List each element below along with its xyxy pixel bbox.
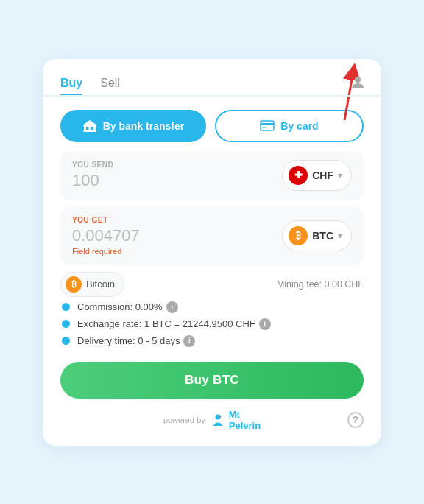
bank-icon bbox=[82, 119, 97, 133]
svg-rect-9 bbox=[261, 123, 274, 125]
payment-methods: By bank transfer By card bbox=[43, 97, 381, 151]
delivery-text: Delivery time: 0 - 5 days i bbox=[77, 335, 195, 347]
exchange-rate-text: Exchange rate: 1 BTC = 21244.9500 CHF i bbox=[77, 318, 271, 330]
field-error: Field required bbox=[72, 247, 140, 256]
exchange-info-icon[interactable]: i bbox=[259, 318, 271, 330]
tab-divider bbox=[43, 95, 381, 97]
get-currency-label: BTC bbox=[312, 230, 333, 242]
tab-buy[interactable]: Buy bbox=[60, 72, 82, 97]
footer: powered by MtPelerin ? bbox=[43, 409, 381, 431]
buy-btc-button[interactable]: Buy BTC bbox=[60, 362, 364, 399]
get-currency-selector[interactable]: ₿ BTC ▾ bbox=[282, 220, 352, 251]
send-currency-selector[interactable]: ✚ CHF ▾ bbox=[282, 160, 352, 191]
delivery-info-icon[interactable]: i bbox=[183, 335, 195, 347]
exchange-rate-row: Exchange rate: 1 BTC = 21244.9500 CHF i bbox=[60, 318, 364, 330]
pelerin-brand: MtPelerin bbox=[229, 409, 261, 431]
card-icon bbox=[260, 120, 275, 131]
bitcoin-tag[interactable]: ₿ Bitcoin bbox=[60, 272, 124, 297]
commission-text: Commission: 0.00% i bbox=[77, 301, 178, 313]
send-chevron-icon: ▾ bbox=[338, 170, 342, 181]
details-section: Commission: 0.00% i Exchange rate: 1 BTC… bbox=[60, 301, 364, 347]
get-field: YOU GET 0.004707 Field required ₿ BTC ▾ bbox=[60, 207, 364, 265]
get-label: YOU GET bbox=[72, 216, 140, 224]
svg-marker-7 bbox=[82, 120, 97, 125]
pelerin-icon bbox=[210, 412, 226, 428]
dot-commission bbox=[62, 303, 70, 311]
help-icon[interactable]: ? bbox=[347, 412, 364, 428]
svg-rect-3 bbox=[84, 127, 86, 130]
bitcoin-label: Bitcoin bbox=[86, 279, 115, 290]
exchange-card: Buy Sell By bank transfer By card bbox=[43, 59, 381, 446]
get-value[interactable]: 0.004707 bbox=[72, 226, 140, 245]
delivery-row: Delivery time: 0 - 5 days i bbox=[60, 335, 364, 347]
send-label: YOU SEND bbox=[72, 161, 113, 169]
svg-rect-6 bbox=[83, 130, 96, 132]
mining-fee-label: Mining fee: 0.00 CHF bbox=[277, 279, 364, 290]
powered-by-label: powered by bbox=[163, 416, 205, 424]
btc-icon: ₿ bbox=[66, 276, 82, 293]
commission-info-icon[interactable]: i bbox=[166, 301, 178, 313]
svg-rect-8 bbox=[261, 121, 274, 130]
tab-bar: Buy Sell bbox=[43, 59, 381, 97]
bank-transfer-button[interactable]: By bank transfer bbox=[60, 110, 206, 142]
svg-rect-4 bbox=[88, 127, 91, 130]
send-currency-label: CHF bbox=[312, 169, 333, 181]
svg-rect-10 bbox=[262, 127, 266, 128]
svg-point-12 bbox=[219, 415, 221, 417]
dot-exchange bbox=[62, 320, 70, 328]
svg-rect-2 bbox=[83, 125, 96, 127]
bitcoin-info-row: ₿ Bitcoin Mining fee: 0.00 CHF bbox=[60, 272, 364, 297]
send-field: YOU SEND 100 ✚ CHF ▾ bbox=[60, 151, 364, 200]
card-button[interactable]: By card bbox=[215, 110, 364, 142]
dot-delivery bbox=[62, 337, 70, 345]
commission-row: Commission: 0.00% i bbox=[60, 301, 364, 313]
pelerin-logo: MtPelerin bbox=[210, 409, 261, 431]
chf-flag: ✚ bbox=[289, 166, 308, 185]
btc-flag: ₿ bbox=[289, 226, 308, 245]
tab-sell[interactable]: Sell bbox=[100, 72, 120, 97]
send-value[interactable]: 100 bbox=[72, 171, 113, 190]
get-chevron-icon: ▾ bbox=[338, 231, 342, 241]
svg-rect-5 bbox=[93, 127, 96, 130]
